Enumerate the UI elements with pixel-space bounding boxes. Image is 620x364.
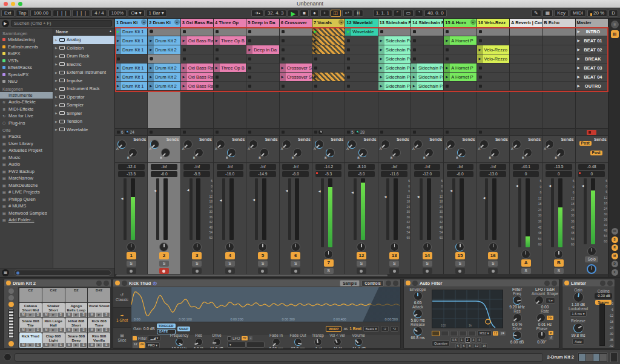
empty-return-slot[interactable] <box>542 82 575 91</box>
meter-peak-value[interactable]: -40.1 <box>513 164 539 170</box>
reenable-automation-button[interactable]: ↩ <box>342 10 352 17</box>
arrangement-position-field[interactable]: 32. 4. 3 <box>265 10 287 17</box>
clip-stop-icon[interactable] <box>347 39 350 42</box>
pad-mute-button[interactable]: M <box>66 343 73 347</box>
pad-solo-button[interactable]: S <box>103 313 110 317</box>
stop-slot[interactable] <box>444 54 476 63</box>
clip-play-icon[interactable]: ▶ <box>181 82 187 90</box>
scene-slot-beat-01[interactable]: ▶BEAT 01 <box>576 36 608 45</box>
attack-value[interactable]: 5.80 ms <box>411 318 424 322</box>
scene-slot-beat-02[interactable]: ▶BEAT 02 <box>576 45 608 54</box>
track-activator-16[interactable]: 16 <box>488 252 498 259</box>
pad-solo-button[interactable]: S <box>80 343 87 347</box>
save-preset-icon[interactable] <box>104 281 109 286</box>
volume-value[interactable]: -13.5 <box>118 171 145 177</box>
pad-solo-button[interactable]: S <box>58 313 64 317</box>
lfo-hz-button[interactable]: Hz <box>242 336 248 340</box>
meter-peak-value[interactable]: -Inf <box>282 164 309 170</box>
preview-toggle-icon[interactable]: ☰ <box>2 269 9 276</box>
track-stop-icon[interactable] <box>117 131 120 134</box>
track-header-12[interactable]: 12 Wavetabl <box>345 19 377 27</box>
phase-mode-button[interactable]: ø <box>549 331 553 335</box>
stop-slot[interactable] <box>411 45 443 54</box>
send-a-knob[interactable] <box>545 140 554 149</box>
empty-return-slot[interactable] <box>510 82 542 91</box>
volume-fader[interactable]: ◀ <box>452 178 455 240</box>
arm-button[interactable] <box>357 268 366 274</box>
volume-value[interactable]: -16.0 <box>217 171 243 177</box>
expand-triangle-icon[interactable]: ▶ <box>55 71 59 74</box>
clip-stop-icon[interactable] <box>347 57 350 60</box>
browser-preview-icon[interactable]: ▶ <box>2 20 9 27</box>
solo-button[interactable]: S <box>455 261 465 267</box>
clip-play-icon[interactable]: ▶ <box>378 82 384 90</box>
freq-knob[interactable] <box>513 296 522 305</box>
track-header-3[interactable]: 3 Oxi Bass Rack <box>181 19 213 27</box>
pad-solo-button[interactable]: S <box>80 328 87 332</box>
punch-in-button[interactable]: ⌜ <box>394 10 402 17</box>
volume-fader[interactable]: ◀ <box>124 178 127 240</box>
volume-value[interactable]: -11.6 <box>381 171 407 177</box>
clip-slot[interactable]: ▶Three Op B <box>214 63 246 73</box>
drum-pad-hihat-808-short[interactable]: Hihat 808 ShortM▶S <box>65 318 88 333</box>
empty-return-slot[interactable] <box>542 73 575 82</box>
morph-icon[interactable] <box>468 331 476 336</box>
pad-mute-button[interactable]: M <box>43 328 50 332</box>
send-b-knob[interactable] <box>128 148 137 157</box>
section-toggle-m[interactable]: M <box>612 253 618 259</box>
meter-peak-value[interactable]: -Inf <box>183 164 210 170</box>
clip-slot[interactable]: ▶Sidechain Pad <box>378 63 411 73</box>
amount-value[interactable]: 0.00 <box>541 305 549 309</box>
section-toggle-r[interactable]: R <box>612 244 618 251</box>
track-stop-icon[interactable] <box>347 131 350 134</box>
track-stop-icon[interactable] <box>380 131 383 134</box>
clip-play-icon[interactable]: ▶ <box>312 73 318 81</box>
empty-return-slot[interactable] <box>542 45 575 54</box>
pad-solo-button[interactable]: S <box>103 328 110 332</box>
browser-item-sampler[interactable]: ▶Sampler <box>53 101 114 109</box>
collection-item-vsts[interactable]: VSTs <box>0 57 53 65</box>
meter-peak-value[interactable]: -14.2 <box>315 164 342 170</box>
release-value[interactable]: 66.8 ms <box>411 336 424 340</box>
scene-play-icon[interactable]: ▶ <box>578 39 580 42</box>
draw-mode-button[interactable]: ✎ <box>531 10 541 17</box>
pad-preview-icon[interactable]: ▶ <box>27 343 34 347</box>
circuit-menu[interactable]: MS2 ▾ <box>477 330 492 336</box>
fader-handle-icon[interactable]: ◀ <box>154 189 156 192</box>
clip-stop-icon[interactable] <box>248 76 251 79</box>
volume-value[interactable]: 0 <box>546 171 572 177</box>
section-toggle-d[interactable]: D <box>612 261 618 267</box>
hot-swap-icon[interactable] <box>544 281 550 286</box>
macro-toggle-icon[interactable] <box>8 288 14 294</box>
clip-slot[interactable]: ▶Deep in Da <box>246 45 279 54</box>
save-preset-icon[interactable] <box>552 281 557 286</box>
res-value[interactable]: 0.0 % <box>512 322 523 327</box>
pad-preview-icon[interactable]: ▶ <box>96 313 102 317</box>
quantize-value-0.5[interactable]: 0.5 <box>450 337 458 343</box>
pad-preview-icon[interactable]: ▶ <box>27 328 34 332</box>
arm-button[interactable] <box>258 268 268 274</box>
stop-slot[interactable] <box>312 82 345 91</box>
track-header-6[interactable]: 6 Crossover <box>280 19 312 27</box>
expand-triangle-icon[interactable]: ▶ <box>55 95 59 99</box>
arm-button[interactable] <box>159 268 169 274</box>
stop-slot[interactable] <box>280 82 312 91</box>
volume-value[interactable]: -6.0 <box>447 171 473 177</box>
stop-slot[interactable] <box>246 54 279 63</box>
clip-slot[interactable]: ▶Drum Kit 1 <box>115 82 147 91</box>
volume-value[interactable]: -8.0 <box>348 171 375 177</box>
send-b-knob[interactable] <box>326 148 335 157</box>
lowpass-icon[interactable] <box>432 331 440 336</box>
tap-tempo-button[interactable]: Tap <box>16 10 30 17</box>
volume-fader[interactable]: ◀ <box>518 178 521 247</box>
empty-return-slot[interactable] <box>510 36 542 45</box>
expand-triangle-icon[interactable]: ▶ <box>55 87 59 91</box>
stop-slot[interactable] <box>345 63 377 73</box>
clip-play-icon[interactable]: ▶ <box>378 63 384 72</box>
clip-stop-icon[interactable] <box>446 30 449 33</box>
clip-slot[interactable]: ▶Three Op B <box>214 36 246 45</box>
track-header-A[interactable]: A Reverb | Com <box>510 19 542 27</box>
clip-stop-icon[interactable] <box>413 48 416 51</box>
collection-item-neu[interactable]: NEU <box>0 78 53 85</box>
attack-knob[interactable] <box>414 309 423 318</box>
